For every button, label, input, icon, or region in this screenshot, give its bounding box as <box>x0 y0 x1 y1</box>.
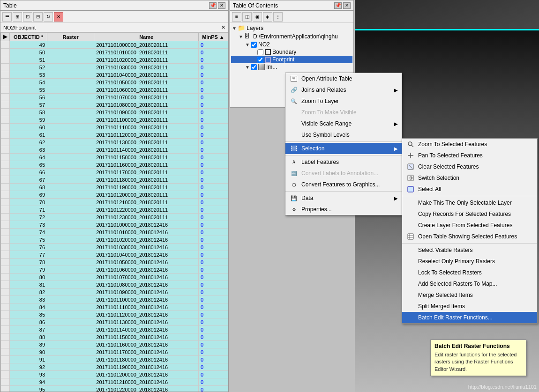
submenu-create-layer[interactable]: Create Layer From Selected Features <box>402 220 537 231</box>
submenu-copy-records[interactable]: Copy Records For Selected Features <box>402 208 537 220</box>
toc-expand-no2[interactable]: ▼ <box>244 42 251 47</box>
table-refresh-btn[interactable]: ↻ <box>44 12 53 22</box>
menu-use-symbol[interactable]: Use Symbol Levels <box>285 129 402 141</box>
table-row[interactable]: 81 20171101080000_2018012416 0 <box>1 281 228 288</box>
table-row[interactable]: 64 20171101150000_2018020111 0 <box>1 154 228 161</box>
table-row[interactable]: 65 20171101160000_2018020111 0 <box>1 161 228 169</box>
col-name-header[interactable]: Name <box>94 33 199 41</box>
toc-item-footprint[interactable]: Footprint <box>231 56 352 63</box>
table-row[interactable]: 78 20171101050000_2018012416 0 <box>1 259 228 266</box>
table-close2-btn[interactable]: ✕ <box>54 12 63 22</box>
table-menu-btn[interactable]: ☰ <box>2 12 12 22</box>
table-row[interactable]: 62 20171101130000_2018020111 0 <box>1 139 228 146</box>
table-row[interactable]: 95 20171101220000_2018012416 0 <box>1 386 228 392</box>
table-row[interactable]: 66 20171101170000_2018020111 0 <box>1 169 228 176</box>
table-row[interactable]: 87 20171101140000_2018012416 0 <box>1 326 228 333</box>
toc-item-layers[interactable]: ▼ 📁 Layers <box>231 24 352 32</box>
table-subtitle-close[interactable]: ✕ <box>221 24 225 30</box>
table-row[interactable]: 93 20171101200000_2018012416 0 <box>1 371 228 378</box>
toc-pin-btn[interactable]: 📌 <box>334 2 342 9</box>
toc-close-btn[interactable]: ✕ <box>343 2 351 9</box>
table-row[interactable]: 74 20171101010000_2018012416 0 <box>1 229 228 236</box>
submenu-batch-edit[interactable]: Batch Edit Raster Functions... <box>402 312 537 323</box>
toc-menu-btn[interactable]: ⋮ <box>273 12 283 22</box>
menu-zoom-to-layer[interactable]: 🔍 Zoom To Layer <box>285 96 402 107</box>
table-row[interactable]: 86 20171101130000_2018012416 0 <box>1 318 228 326</box>
toc-expand-db[interactable]: ▼ <box>238 34 244 39</box>
toc-checkbox-footprint[interactable] <box>257 57 263 63</box>
table-row[interactable]: 56 20171101070000_2018020111 0 <box>1 94 228 101</box>
table-row[interactable]: 75 20171101020000_2018012416 0 <box>1 236 228 244</box>
menu-selection[interactable]: Selection ▶ <box>285 143 402 154</box>
table-row[interactable]: 67 20171101180000_2018020111 0 <box>1 176 228 184</box>
table-row[interactable]: 63 20171101140000_2018020111 0 <box>1 146 228 154</box>
submenu-switch-sel[interactable]: Switch Selection <box>402 172 537 184</box>
table-row[interactable]: 59 20171101100000_2018020111 0 <box>1 116 228 124</box>
toc-item-boundary[interactable]: Boundary <box>231 48 352 56</box>
table-row[interactable]: 57 20171101080000_2018020111 0 <box>1 101 228 109</box>
submenu-reselect-primary[interactable]: Reselect Only Primary Rasters <box>402 256 537 267</box>
menu-visible-scale[interactable]: Visible Scale Range ▶ <box>285 118 402 129</box>
table-row[interactable]: 53 20171101040000_2018020111 0 <box>1 71 228 79</box>
table-row[interactable]: 79 20171101060000_2018012416 0 <box>1 266 228 274</box>
menu-joins-relates[interactable]: 🔗 Joins and Relates ▶ <box>285 84 402 96</box>
table-row[interactable]: 61 20171101120000_2018020111 0 <box>1 131 228 139</box>
submenu-select-visible-rasters[interactable]: Select Visible Rasters <box>402 244 537 256</box>
table-options-btn[interactable]: ⊞ <box>13 12 22 22</box>
table-row[interactable]: 69 20171101200000_2018020111 0 <box>1 191 228 199</box>
submenu-add-selected-map[interactable]: Add Selected Rasters To Map... <box>402 278 537 289</box>
submenu-pan-selected[interactable]: Pan To Selected Features <box>402 150 537 161</box>
menu-open-attr-table[interactable]: ⊞ Open Attribute Table <box>285 73 402 84</box>
table-row[interactable]: 70 20171101210000_2018020111 0 <box>1 199 228 206</box>
table-close-btn[interactable]: ✕ <box>218 2 225 9</box>
table-row[interactable]: 92 20171101190000_2018012416 0 <box>1 363 228 371</box>
table-select-btn[interactable]: ⊡ <box>23 12 32 22</box>
col-minps-header[interactable]: MinPS ▲ <box>198 33 228 41</box>
toc-checkbox-boundary[interactable] <box>257 49 263 55</box>
table-row[interactable]: 58 20171101090000_2018020111 0 <box>1 109 228 116</box>
submenu-make-only-selectable[interactable]: Make This The Only Selectable Layer <box>402 197 537 208</box>
table-row[interactable]: 82 20171101090000_2018012416 0 <box>1 288 228 296</box>
table-row[interactable]: 76 20171101030000_2018012416 0 <box>1 244 228 251</box>
submenu-clear-selected[interactable]: Clear Selected Features <box>402 161 537 172</box>
table-row[interactable]: 91 20171101180000_2018012416 0 <box>1 356 228 363</box>
toc-item-no2[interactable]: ▼ NO2 <box>231 41 352 48</box>
table-row[interactable]: 83 20171101100000_2018012416 0 <box>1 296 228 303</box>
toc-source-btn[interactable]: ◫ <box>242 12 252 22</box>
table-row[interactable]: 84 20171101110000_2018012416 0 <box>1 303 228 311</box>
table-row[interactable]: 60 20171101110000_2018020111 0 <box>1 124 228 131</box>
table-row[interactable]: 54 20171101050000_2018020111 0 <box>1 79 228 86</box>
table-row[interactable]: 85 20171101120000_2018012416 0 <box>1 311 228 318</box>
table-row[interactable]: 89 20171101160000_2018012416 0 <box>1 341 228 348</box>
toc-expand-layers[interactable]: ▼ <box>231 26 238 31</box>
table-row[interactable]: 50 20171101010000_2018020111 0 <box>1 49 228 56</box>
menu-data[interactable]: 💾 Data ▶ <box>285 192 402 204</box>
menu-convert-graphics[interactable]: ⬡ Convert Features to Graphics... <box>285 179 402 190</box>
table-data-wrapper[interactable]: ▶ OBJECTID * Raster Name MinPS ▲ 49 2017… <box>0 32 228 392</box>
menu-label-features[interactable]: Ａ Label Features <box>285 156 402 168</box>
toc-checkbox-imagery[interactable] <box>251 64 257 70</box>
submenu-merge-items[interactable]: Merge Selected Items <box>402 289 537 301</box>
toc-item-db[interactable]: ▼ 🗄 D:\EnvironmentApplication\qinghu <box>231 32 352 41</box>
submenu-split-merged[interactable]: Split Merged Items <box>402 301 537 312</box>
toc-vis-btn[interactable]: ◉ <box>253 12 262 22</box>
submenu-zoom-selected[interactable]: Zoom To Selected Features <box>402 139 537 150</box>
table-row[interactable]: 94 20171101210000_2018012416 0 <box>1 378 228 386</box>
submenu-select-all[interactable]: Select All <box>402 184 537 195</box>
table-row[interactable]: 73 20171101000000_2018012416 0 <box>1 221 228 229</box>
menu-properties[interactable]: ⚙ Properties... <box>285 204 402 215</box>
table-row[interactable]: 72 20171101230000_2018020111 0 <box>1 214 228 221</box>
table-row[interactable]: 55 20171101060000_2018020111 0 <box>1 86 228 94</box>
toc-list-btn[interactable]: ≡ <box>232 12 241 22</box>
toc-expand-imagery[interactable]: ▼ <box>244 65 251 70</box>
col-raster-header[interactable]: Raster <box>47 33 94 41</box>
col-objectid-header[interactable]: OBJECTID * <box>9 33 47 41</box>
toc-sel-btn[interactable]: ◈ <box>263 12 272 22</box>
table-pin-btn[interactable]: 📌 <box>209 2 217 9</box>
table-row[interactable]: 51 20171101020000_2018020111 0 <box>1 56 228 64</box>
toc-item-imagery[interactable]: ▼ Im... <box>231 63 352 71</box>
table-filter-btn[interactable]: ⊟ <box>33 12 43 22</box>
submenu-lock-selected[interactable]: Lock To Selected Rasters <box>402 267 537 278</box>
submenu-open-table-selected[interactable]: Open Table Showing Selected Features <box>402 231 537 242</box>
table-row[interactable]: 71 20171101220000_2018020111 0 <box>1 206 228 214</box>
